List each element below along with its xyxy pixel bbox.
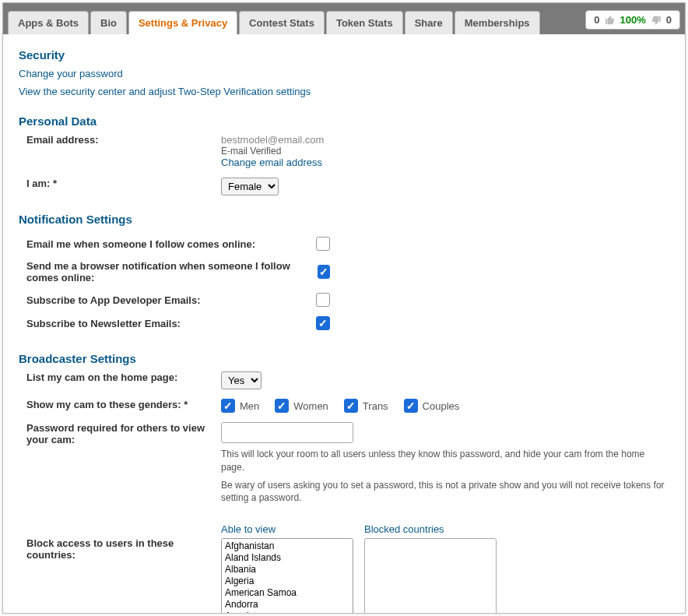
notif-checkbox[interactable] xyxy=(318,265,330,279)
gender-checkbox[interactable] xyxy=(275,399,289,413)
gender-item: Men xyxy=(221,399,259,413)
thumbs-down-icon[interactable] xyxy=(651,15,662,26)
cam-password-hint-2: Be wary of users asking you to set a pas… xyxy=(221,479,669,505)
personal-heading: Personal Data xyxy=(19,114,669,128)
gender-label: Men xyxy=(240,400,259,412)
two-step-link[interactable]: View the security center and adjust Two-… xyxy=(19,86,669,97)
security-heading: Security xyxy=(19,48,669,62)
list-cam-label: List my cam on the home page: xyxy=(19,371,221,383)
notif-label: Email me when someone I follow comes onl… xyxy=(26,238,255,250)
notif-row: Email me when someone I follow comes onl… xyxy=(19,232,330,255)
tab-bar: Apps & BotsBioSettings & PrivacyContest … xyxy=(3,3,685,34)
iam-select[interactable]: Female xyxy=(221,178,279,195)
thumbs-up-count: 0 xyxy=(594,14,599,26)
tab-contest-stats[interactable]: Contest Stats xyxy=(239,11,325,34)
notif-row: Subscribe to Newsletter Emails: xyxy=(19,312,330,335)
able-to-view-list[interactable]: AfghanistanAland IslandsAlbaniaAlgeriaAm… xyxy=(221,538,353,613)
security-section: Security Change your password View the s… xyxy=(19,48,669,97)
email-value: bestmodel@email.com xyxy=(221,134,669,146)
country-option[interactable]: Algeria xyxy=(223,576,351,587)
change-email-link[interactable]: Change email address xyxy=(221,157,322,168)
notif-label: Send me a browser notification when some… xyxy=(26,260,318,283)
iam-label: I am: * xyxy=(19,178,221,189)
tab-share[interactable]: Share xyxy=(405,11,453,34)
able-to-view-header: Able to view xyxy=(221,523,353,535)
blocked-countries-list[interactable] xyxy=(364,538,497,613)
gender-item: Women xyxy=(275,399,328,413)
country-option[interactable]: Aland Islands xyxy=(223,552,351,564)
notif-checkbox[interactable] xyxy=(316,237,330,251)
broadcaster-section: Broadcaster Settings List my cam on the … xyxy=(19,352,669,613)
notif-checkbox[interactable] xyxy=(316,293,330,307)
rating-box: 0 100% 0 xyxy=(585,10,680,30)
personal-data-section: Personal Data Email address: bestmodel@e… xyxy=(19,114,669,195)
email-verified-status: E-mail Verified xyxy=(221,146,669,157)
notification-section: Notification Settings Email me when some… xyxy=(19,213,669,335)
gender-label: Women xyxy=(293,400,328,412)
block-countries-label: Block access to users in these countries… xyxy=(19,520,221,561)
gender-item: Couples xyxy=(404,399,460,413)
genders-label: Show my cam to these genders: * xyxy=(19,399,221,410)
tab-memberships[interactable]: Memberships xyxy=(455,11,540,34)
gender-checkbox[interactable] xyxy=(404,399,418,413)
country-option[interactable]: American Samoa xyxy=(223,587,351,599)
country-option[interactable]: Angola xyxy=(223,611,351,613)
thumbs-up-icon[interactable] xyxy=(605,15,616,26)
gender-label: Couples xyxy=(423,400,460,412)
notif-label: Subscribe to Newsletter Emails: xyxy=(26,318,181,329)
window-frame: Apps & BotsBioSettings & PrivacyContest … xyxy=(2,2,686,614)
cam-password-label: Password required for others to view you… xyxy=(19,422,221,445)
blocked-countries-header: Blocked countries xyxy=(364,523,497,535)
notification-heading: Notification Settings xyxy=(19,213,669,226)
cam-password-input[interactable] xyxy=(221,422,353,443)
broadcaster-heading: Broadcaster Settings xyxy=(19,352,669,365)
country-option[interactable]: Albania xyxy=(223,564,351,576)
content-pane: Security Change your password View the s… xyxy=(3,34,685,613)
country-option[interactable]: Afghanistan xyxy=(223,540,351,552)
gender-checkbox[interactable] xyxy=(221,399,235,413)
notif-label: Subscribe to App Developer Emails: xyxy=(26,294,200,306)
rating-percent: 100% xyxy=(620,14,646,26)
gender-label: Trans xyxy=(363,400,388,412)
gender-item: Trans xyxy=(344,399,388,413)
email-label: Email address: xyxy=(19,134,221,146)
gender-checkbox[interactable] xyxy=(344,399,358,413)
tab-settings-privacy[interactable]: Settings & Privacy xyxy=(128,11,237,34)
tab-bio[interactable]: Bio xyxy=(90,11,127,34)
thumbs-down-count: 0 xyxy=(666,14,672,26)
cam-password-hint-1: This will lock your room to all users un… xyxy=(221,448,669,474)
country-option[interactable]: Andorra xyxy=(223,599,351,611)
notif-row: Send me a browser notification when some… xyxy=(19,255,330,288)
notif-row: Subscribe to App Developer Emails: xyxy=(19,288,330,312)
tab-apps-bots[interactable]: Apps & Bots xyxy=(8,11,89,34)
change-password-link[interactable]: Change your password xyxy=(19,68,669,79)
notif-checkbox[interactable] xyxy=(316,316,330,330)
list-cam-select[interactable]: Yes xyxy=(221,371,262,389)
tab-token-stats[interactable]: Token Stats xyxy=(326,11,403,34)
